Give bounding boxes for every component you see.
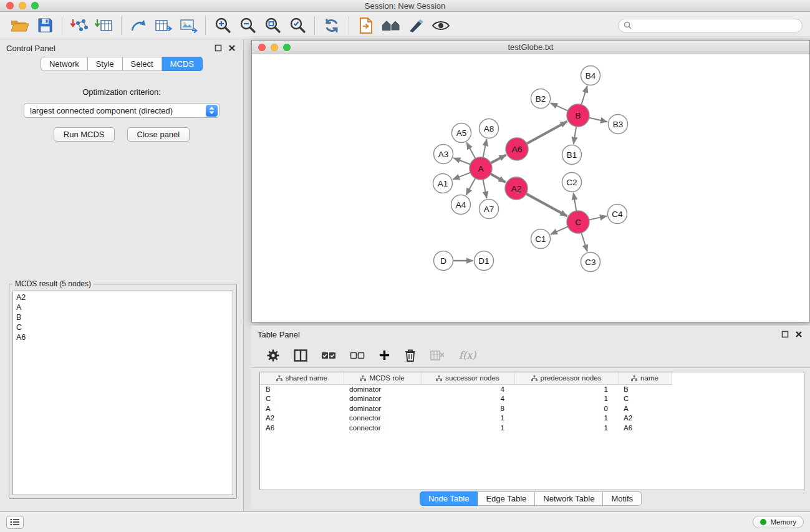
select-all-columns-button[interactable] (321, 351, 336, 360)
tab-edge-table[interactable]: Edge Table (478, 491, 535, 506)
graph-node-C[interactable]: C (567, 211, 589, 233)
graph-edge-B-B2[interactable] (551, 103, 568, 110)
graph-edge-A-A2[interactable] (491, 174, 506, 182)
tab-network-table[interactable]: Network Table (535, 491, 603, 506)
graph-edge-C-C1[interactable] (551, 226, 568, 234)
import-network-button[interactable] (67, 15, 92, 36)
table-row[interactable]: Cdominator41C (260, 394, 804, 404)
column-header-shared-name[interactable]: shared name (260, 372, 344, 384)
zoom-out-button[interactable] (235, 15, 260, 36)
node-table-container[interactable]: shared nameMCDS rolesuccessor nodesprede… (259, 372, 804, 490)
graph-edge-C-C4[interactable] (589, 216, 607, 220)
column-header-predecessor-nodes[interactable]: predecessor nodes (514, 372, 618, 384)
graph-node-A8[interactable]: A8 (480, 119, 499, 138)
graph-edge-A-A4[interactable] (466, 178, 475, 195)
memory-button[interactable]: Memory (753, 516, 804, 528)
table-row[interactable]: Bdominator41B (260, 384, 804, 394)
graph-node-C3[interactable]: C3 (581, 253, 600, 272)
graph-node-A2[interactable]: A2 (505, 177, 528, 200)
deselect-all-columns-button[interactable] (350, 351, 365, 360)
graph-node-A7[interactable]: A7 (480, 200, 499, 219)
graph-node-C1[interactable]: C1 (531, 230, 551, 249)
open-folder-button[interactable] (7, 15, 32, 36)
search-input[interactable] (635, 21, 797, 30)
graph-node-A5[interactable]: A5 (452, 123, 471, 143)
mcds-result-list[interactable]: A2ABCA6 (12, 291, 233, 495)
graph-node-D1[interactable]: D1 (475, 251, 494, 271)
delete-column-button[interactable] (404, 349, 417, 362)
graph-node-D[interactable]: D (434, 251, 453, 271)
column-header-mcds-role[interactable]: MCDS role (344, 372, 421, 384)
import-table-button[interactable] (92, 15, 117, 36)
tab-mcds[interactable]: MCDS (162, 57, 203, 71)
graph-edge-A-A6[interactable] (491, 155, 506, 163)
graph-node-B2[interactable]: B2 (531, 89, 551, 109)
graph-edge-A2-C[interactable] (526, 194, 567, 216)
close-panel-action-button[interactable]: Close panel (127, 127, 190, 142)
export-image-button[interactable] (176, 15, 201, 36)
graph-edge-C-C2[interactable] (574, 193, 577, 211)
table-row[interactable]: A2connector11A2 (260, 414, 804, 423)
apply-style-button[interactable] (403, 15, 428, 36)
zoom-selected-button[interactable] (285, 15, 310, 36)
graph-node-B3[interactable]: B3 (609, 115, 628, 134)
tab-node-table[interactable]: Node Table (420, 491, 478, 506)
search-box[interactable] (618, 19, 803, 32)
export-table-button[interactable] (151, 15, 176, 36)
zoom-network-window-button[interactable] (283, 44, 291, 51)
minimize-network-window-button[interactable] (271, 44, 278, 51)
show-columns-button[interactable] (294, 349, 307, 362)
graph-node-C4[interactable]: C4 (608, 205, 627, 224)
save-session-button[interactable] (32, 15, 57, 36)
table-row[interactable]: A6connector11A6 (260, 423, 804, 433)
graph-node-A1[interactable]: A1 (433, 174, 453, 193)
tab-network[interactable]: Network (41, 57, 88, 71)
graph-node-A[interactable]: A (470, 157, 492, 180)
criterion-dropdown[interactable]: largest connected component (directed) (24, 103, 219, 118)
zoom-fit-button[interactable] (260, 15, 285, 36)
network-from-selection-button[interactable] (126, 15, 151, 36)
graph-node-B4[interactable]: B4 (581, 66, 600, 85)
graph-edge-A-A3[interactable] (453, 158, 470, 164)
graph-node-A4[interactable]: A4 (451, 195, 471, 215)
graph-edge-A-A5[interactable] (466, 142, 475, 158)
run-mcds-button[interactable]: Run MCDS (54, 127, 115, 142)
status-menu-button[interactable] (6, 516, 24, 529)
home-button[interactable] (378, 15, 403, 36)
show-graphics-details-button[interactable] (428, 15, 453, 36)
graph-node-C2[interactable]: C2 (562, 173, 582, 192)
network-graph[interactable]: AA6A2BCA5A8A3A1A4A7B1B2B3B4C1C2C3C4DD1 (252, 54, 809, 322)
graph-edge-A6-B[interactable] (527, 122, 567, 144)
float-panel-button[interactable] (213, 43, 223, 53)
close-table-panel-button[interactable] (794, 329, 804, 339)
graph-edge-A-A1[interactable] (453, 173, 470, 180)
graph-node-B1[interactable]: B1 (562, 145, 582, 165)
graph-edge-A-A7[interactable] (483, 180, 487, 198)
float-table-panel-button[interactable] (780, 329, 790, 339)
minimize-window-button[interactable] (19, 2, 26, 9)
table-row[interactable]: Adominator80A (260, 404, 804, 414)
create-column-button[interactable] (378, 349, 390, 361)
table-settings-button[interactable] (266, 349, 280, 362)
tab-style[interactable]: Style (88, 57, 123, 71)
graph-edge-B-B1[interactable] (574, 127, 576, 144)
close-panel-button[interactable] (227, 43, 237, 53)
column-header-name[interactable]: name (618, 372, 672, 384)
zoom-in-button[interactable] (210, 15, 235, 36)
graph-node-B[interactable]: B (567, 104, 589, 127)
zoom-window-button[interactable] (31, 2, 39, 9)
graph-edge-B-B3[interactable] (589, 118, 607, 122)
graph-node-A6[interactable]: A6 (506, 138, 528, 160)
graph-edge-B-B4[interactable] (581, 86, 587, 105)
graph-edge-A-A8[interactable] (483, 139, 487, 157)
network-canvas[interactable]: AA6A2BCA5A8A3A1A4A7B1B2B3B4C1C2C3C4DD1 (252, 54, 809, 322)
open-session-file-button[interactable] (354, 15, 378, 36)
tab-select[interactable]: Select (123, 57, 162, 71)
close-window-button[interactable] (6, 2, 14, 9)
graph-node-A3[interactable]: A3 (434, 145, 453, 164)
tab-motifs[interactable]: Motifs (603, 491, 642, 506)
graph-edge-C-C3[interactable] (581, 233, 587, 251)
column-header-successor-nodes[interactable]: successor nodes (421, 372, 514, 384)
apply-layout-button[interactable] (319, 15, 344, 36)
close-network-window-button[interactable] (258, 44, 266, 51)
